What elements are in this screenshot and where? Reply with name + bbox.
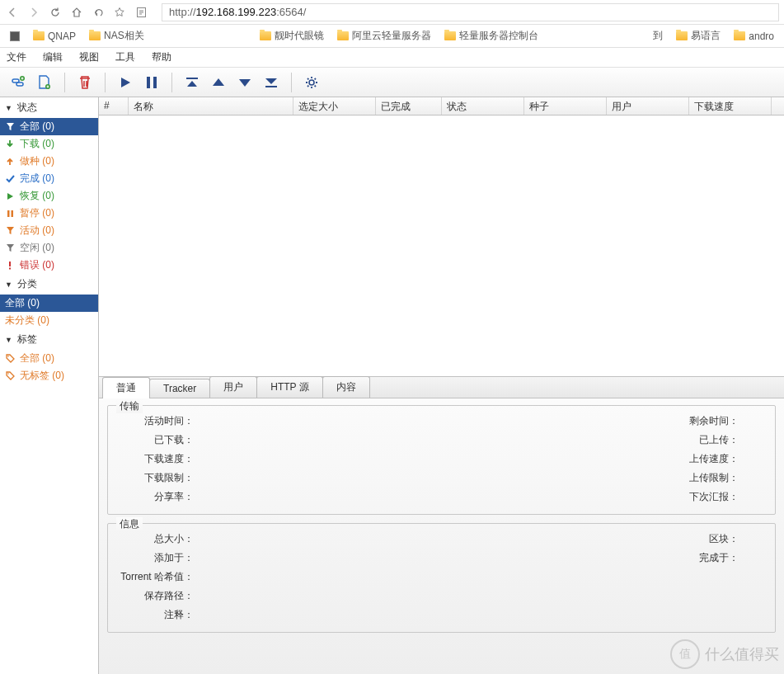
svg-rect-10 — [7, 210, 10, 217]
bookmark-glasses[interactable]: 靓时代眼镜 — [255, 27, 329, 45]
toolbar — [0, 68, 784, 97]
detail-value — [739, 414, 764, 428]
queue-bottom-button[interactable] — [260, 71, 283, 94]
sidebar-item[interactable]: 错误 (0) — [0, 257, 98, 274]
column-header[interactable]: 已完成 — [376, 97, 442, 115]
detail-value — [194, 608, 763, 622]
tag-icon — [5, 354, 15, 363]
up-icon — [5, 157, 15, 166]
sidebar-item[interactable]: 下载 (0) — [0, 135, 98, 153]
column-header[interactable]: 种子 — [524, 97, 607, 115]
detail-row: 完成于： — [458, 551, 764, 565]
delete-button[interactable] — [73, 71, 96, 94]
menu-file[interactable]: 文件 — [7, 50, 26, 64]
detail-value — [739, 490, 764, 504]
sidebar-item[interactable]: 活动 (0) — [0, 222, 98, 239]
sidebar-item[interactable]: 未分类 (0) — [0, 312, 98, 329]
column-header[interactable]: 状态 — [442, 97, 524, 115]
detail-value — [739, 471, 764, 485]
detail-value — [194, 490, 425, 504]
settings-button[interactable] — [300, 71, 323, 94]
queue-top-button[interactable] — [181, 71, 204, 94]
sidebar-item-label: 暂停 (0) — [20, 206, 54, 220]
sidebar-item[interactable]: 全部 (0) — [0, 118, 98, 135]
app-menu: 文件 编辑 视图 工具 帮助 — [0, 48, 784, 68]
tab-general[interactable]: 普通 — [102, 377, 150, 398]
chevron-down-icon: ▼ — [5, 104, 12, 112]
tab-tracker[interactable]: Tracker — [149, 379, 210, 398]
sidebar-item[interactable]: 做种 (0) — [0, 153, 98, 170]
tab-peers[interactable]: 用户 — [209, 376, 257, 398]
column-header[interactable]: 名称 — [129, 97, 293, 115]
refresh-button[interactable] — [48, 5, 63, 20]
tab-http[interactable]: HTTP 源 — [256, 376, 322, 398]
add-file-button[interactable] — [33, 71, 56, 94]
queue-up-button[interactable] — [207, 71, 230, 94]
bookmark-nas[interactable]: NAS相关 — [84, 27, 149, 45]
sidebar-item[interactable]: 完成 (0) — [0, 170, 98, 187]
detail-label: 已下载： — [120, 433, 194, 447]
apps-button[interactable] — [5, 30, 25, 43]
bookmark-eyy[interactable]: 易语言 — [671, 27, 725, 45]
start-button[interactable] — [114, 71, 137, 94]
bookmark-to[interactable]: 到 — [648, 27, 668, 45]
column-header[interactable]: 选定大小 — [293, 97, 376, 115]
detail-row: 上传速度： — [458, 452, 764, 466]
note-button[interactable] — [134, 5, 148, 20]
bookmark-console[interactable]: 轻量服务器控制台 — [439, 27, 543, 45]
watermark-badge: 值 — [670, 639, 700, 669]
sidebar-item[interactable]: 暂停 (0) — [0, 205, 98, 222]
sidebar-item[interactable]: 全部 (0) — [0, 350, 98, 367]
column-header[interactable]: 用户 — [607, 97, 689, 115]
pause-button[interactable] — [140, 71, 163, 94]
detail-label: 活动时间： — [120, 414, 194, 428]
menu-edit[interactable]: 编辑 — [43, 50, 63, 64]
undo-button[interactable] — [91, 5, 106, 20]
detail-label: 上传限制： — [458, 471, 739, 485]
detail-value — [739, 433, 764, 447]
queue-down-button[interactable] — [233, 71, 256, 94]
bookmark-andro[interactable]: andro — [729, 27, 779, 45]
content-area: #名称选定大小已完成状态种子用户下载速度 普通 Tracker 用户 HTTP … — [99, 97, 784, 674]
detail-value — [194, 570, 763, 584]
home-button[interactable] — [69, 5, 84, 20]
back-button[interactable] — [5, 5, 20, 20]
detail-pane: 传输 活动时间：剩余时间：已下载：已上传：下载速度：上传速度：下载限制：上传限制… — [99, 398, 784, 674]
menu-help[interactable]: 帮助 — [152, 50, 171, 64]
detail-label: 完成于： — [458, 551, 739, 565]
forward-button[interactable] — [26, 5, 41, 20]
sidebar-item[interactable]: 恢复 (0) — [0, 187, 98, 205]
detail-tabs: 普通 Tracker 用户 HTTP 源 内容 — [99, 377, 784, 398]
sidebar-item-label: 恢复 (0) — [20, 189, 54, 203]
main-area: ▼状态 全部 (0)下载 (0)做种 (0)完成 (0)恢复 (0)暂停 (0)… — [0, 97, 784, 674]
column-header[interactable]: 下载速度 — [689, 97, 772, 115]
add-link-button[interactable] — [7, 71, 30, 94]
detail-row: 活动时间： — [120, 414, 425, 428]
tab-content[interactable]: 内容 — [322, 376, 370, 398]
sidebar-item[interactable]: 无标签 (0) — [0, 367, 98, 384]
apps-icon — [10, 31, 20, 41]
folder-icon — [734, 31, 745, 40]
favorite-button[interactable] — [112, 5, 127, 20]
column-header[interactable]: # — [99, 97, 129, 115]
sidebar-item[interactable]: 空闲 (0) — [0, 239, 98, 257]
transfer-legend: 传输 — [116, 399, 143, 413]
sidebar: ▼状态 全部 (0)下载 (0)做种 (0)完成 (0)恢复 (0)暂停 (0)… — [0, 97, 99, 674]
status-header[interactable]: ▼状态 — [0, 97, 98, 118]
url-bar[interactable]: http://192.168.199.223:6564/ — [162, 3, 779, 21]
bookmark-aliyun[interactable]: 阿里云轻量服务器 — [332, 27, 436, 45]
detail-label: 下载限制： — [120, 471, 194, 485]
menu-view[interactable]: 视图 — [79, 50, 99, 64]
detail-label: Torrent 哈希值： — [120, 570, 194, 584]
detail-row: 上传限制： — [458, 471, 764, 485]
detail-row: 已下载： — [120, 433, 425, 447]
detail-value — [739, 532, 764, 546]
menu-tools[interactable]: 工具 — [115, 50, 135, 64]
tags-header[interactable]: ▼标签 — [0, 329, 98, 350]
detail-label: 注释： — [120, 608, 194, 622]
sidebar-item[interactable]: 全部 (0) — [0, 295, 98, 312]
category-header[interactable]: ▼分类 — [0, 274, 98, 295]
bookmark-qnap[interactable]: QNAP — [28, 29, 81, 44]
detail-value — [194, 551, 425, 565]
detail-value — [194, 414, 425, 428]
